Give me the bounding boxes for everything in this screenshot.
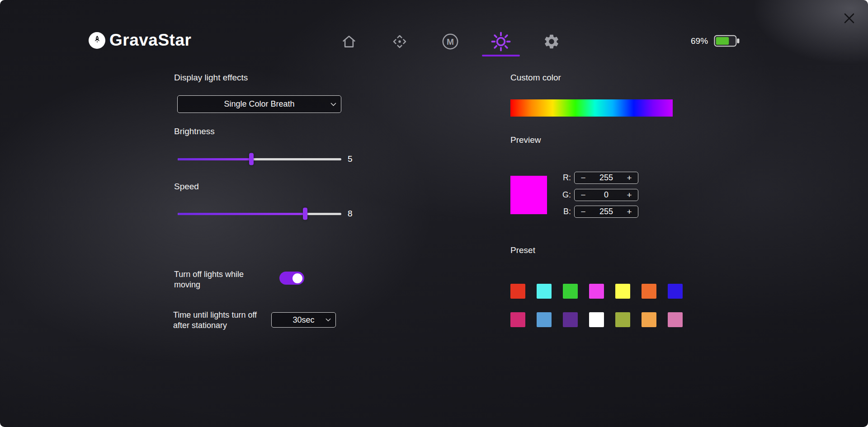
- preset-swatch[interactable]: [642, 312, 656, 327]
- battery-icon: [714, 33, 742, 48]
- preset-row-1: [510, 284, 683, 299]
- chevron-down-icon: [330, 103, 336, 106]
- speed-slider[interactable]: [178, 207, 341, 220]
- red-increment-button[interactable]: +: [621, 172, 638, 183]
- custom-color-label: Custom color: [510, 73, 561, 83]
- active-tab-underline: [482, 55, 520, 56]
- preset-swatch[interactable]: [563, 312, 578, 327]
- nav-sensor-button[interactable]: [389, 31, 410, 52]
- m-icon: M: [441, 33, 459, 51]
- preview-swatch: [510, 176, 547, 214]
- move-icon: [391, 33, 408, 50]
- preset-swatch[interactable]: [668, 312, 683, 327]
- rgb-row-red: R: − 255 +: [559, 172, 638, 184]
- speed-slider-track[interactable]: [178, 213, 341, 215]
- brightness-slider-handle[interactable]: [249, 153, 254, 165]
- preset-row-2: [510, 312, 683, 327]
- red-value: 255: [592, 173, 621, 183]
- brightness-slider-track[interactable]: [178, 158, 341, 160]
- rocket-logo-icon: [89, 32, 105, 49]
- speed-slider-handle[interactable]: [303, 208, 307, 220]
- blue-increment-button[interactable]: +: [621, 206, 638, 217]
- nav-lighting-button[interactable]: [491, 31, 511, 52]
- red-channel-label: R:: [559, 173, 571, 183]
- red-stepper: − 255 +: [574, 172, 638, 184]
- red-decrement-button[interactable]: −: [575, 172, 592, 183]
- gravastar-app-window: GravaStar M: [0, 0, 868, 427]
- green-value: 0: [592, 190, 621, 200]
- rgb-row-green: G: − 0 +: [559, 189, 638, 201]
- speed-slider-fill: [178, 213, 305, 215]
- preset-swatch[interactable]: [563, 284, 578, 299]
- rgb-row-blue: B: − 255 +: [559, 206, 638, 218]
- green-stepper: − 0 +: [574, 189, 638, 201]
- close-button[interactable]: [839, 8, 859, 28]
- preset-label: Preset: [510, 245, 535, 255]
- gear-icon: [543, 33, 560, 50]
- home-icon: [340, 33, 358, 50]
- brand-logo: GravaStar: [89, 31, 191, 50]
- preset-swatch[interactable]: [510, 312, 525, 327]
- nav-mode-button[interactable]: M: [440, 31, 461, 52]
- timeout-value: 30sec: [292, 315, 314, 325]
- blue-value: 255: [592, 207, 621, 216]
- brightness-label: Brightness: [174, 127, 215, 136]
- nav-home-button[interactable]: [339, 31, 359, 52]
- preview-label: Preview: [510, 135, 541, 145]
- light-effects-dropdown[interactable]: Single Color Breath: [177, 95, 341, 113]
- battery-indicator: 69%: [691, 33, 742, 48]
- preset-swatch[interactable]: [615, 312, 630, 327]
- chevron-down-icon: [326, 318, 331, 322]
- brightness-slider-fill: [178, 158, 251, 160]
- preset-swatch[interactable]: [510, 284, 525, 299]
- battery-percent: 69%: [691, 36, 708, 46]
- close-icon: [843, 12, 855, 24]
- preset-swatch[interactable]: [615, 284, 630, 299]
- preset-swatch[interactable]: [537, 284, 552, 299]
- preset-swatch[interactable]: [589, 284, 604, 299]
- brand-name: GravaStar: [109, 31, 191, 50]
- green-decrement-button[interactable]: −: [575, 189, 592, 201]
- blue-decrement-button[interactable]: −: [575, 206, 592, 217]
- blue-channel-label: B:: [559, 207, 571, 216]
- moving-lights-label: Turn off lights while moving: [174, 269, 267, 291]
- timeout-dropdown[interactable]: 30sec: [271, 312, 336, 328]
- battery-fill: [716, 37, 729, 45]
- green-increment-button[interactable]: +: [621, 189, 638, 201]
- nav-settings-button[interactable]: [541, 31, 562, 52]
- blue-stepper: − 255 +: [574, 206, 638, 218]
- color-spectrum-picker[interactable]: [510, 99, 673, 117]
- svg-text:M: M: [447, 37, 454, 47]
- preset-swatch[interactable]: [537, 312, 552, 327]
- preset-swatch[interactable]: [668, 284, 683, 299]
- brightness-slider[interactable]: [178, 153, 341, 165]
- moving-lights-toggle[interactable]: [279, 272, 304, 285]
- sun-icon: [491, 31, 511, 52]
- preset-swatch[interactable]: [589, 312, 604, 327]
- preset-swatch[interactable]: [642, 284, 656, 299]
- main-nav: M: [339, 31, 562, 52]
- timeout-label: Time until lights turn off after station…: [173, 310, 261, 331]
- green-channel-label: G:: [559, 190, 571, 200]
- speed-label: Speed: [174, 182, 199, 192]
- light-effects-value: Single Color Breath: [224, 99, 294, 109]
- speed-value: 8: [348, 209, 353, 219]
- light-effects-label: Display light effects: [174, 73, 248, 83]
- brightness-value: 5: [348, 154, 353, 164]
